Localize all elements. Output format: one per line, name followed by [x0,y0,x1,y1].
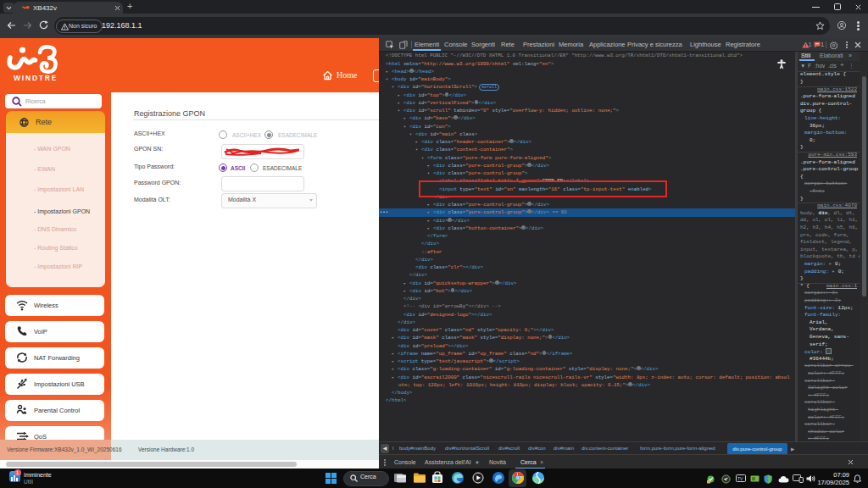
svg-text:TV: TV [737,476,743,481]
